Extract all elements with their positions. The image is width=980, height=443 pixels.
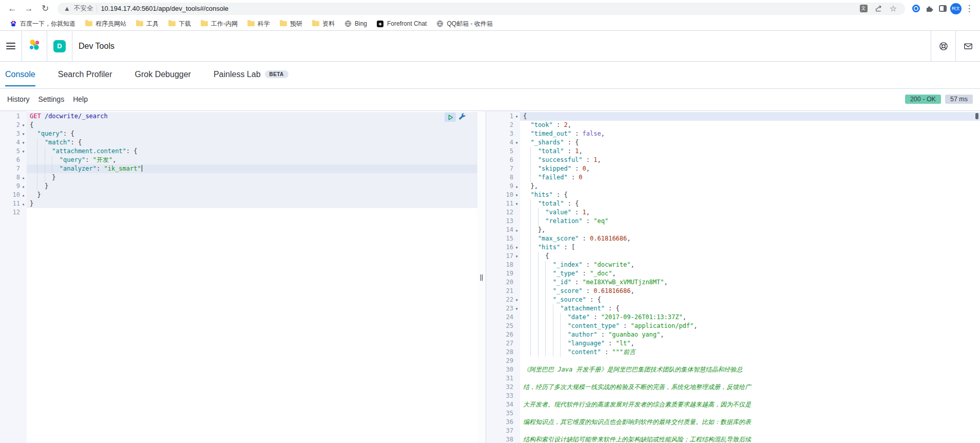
fold-open-icon[interactable]: ▾ — [513, 252, 520, 261]
bookmark-item[interactable]: 程序员网站 — [82, 19, 129, 29]
code-line[interactable]: 24"date" : "2017-09-26T01:13:37Z", — [486, 313, 980, 322]
fold-open-icon[interactable]: ▾ — [513, 304, 520, 313]
space-section[interactable]: D — [47, 31, 72, 61]
side-panel-icon[interactable] — [937, 3, 948, 14]
fold-open-icon[interactable]: ▾ — [513, 243, 520, 252]
code-line[interactable]: 16▾"hits" : [ — [486, 243, 980, 252]
nav-menu-section[interactable] — [0, 31, 22, 61]
tab-painless-lab[interactable]: Painless LabBETA — [214, 62, 289, 86]
tab-grok-debugger[interactable]: Grok Debugger — [135, 62, 191, 86]
code-line[interactable]: 33 — [486, 392, 980, 400]
code-line[interactable]: 11▴} — [0, 199, 477, 208]
fold-open-icon[interactable]: ▾ — [513, 138, 520, 147]
code-line[interactable]: 5"total" : 1, — [486, 147, 980, 156]
bookmark-item[interactable]: 下载 — [165, 19, 194, 29]
security-warning-icon[interactable]: ▲ — [64, 5, 70, 12]
code-line[interactable]: 34大开发者。现代软件行业的高速发展对开发者的综合素质要求越来越高，因为不仅是 — [486, 400, 980, 409]
code-line[interactable]: 12 — [0, 208, 477, 217]
code-line[interactable]: 37 — [486, 427, 980, 435]
url-text[interactable]: 10.194.17.40:5601/app/dev_tools#/console — [101, 5, 228, 12]
fold-close-icon[interactable]: ▴ — [513, 182, 520, 191]
bookmark-item[interactable]: 科学 — [244, 19, 273, 29]
bookmark-item[interactable]: QQ邮箱 - 收件箱 — [433, 19, 495, 29]
code-line[interactable]: 5▾"attachment.content": { — [0, 147, 477, 156]
code-line[interactable]: 1GET /docwrite/_search — [0, 112, 477, 121]
fold-open-icon[interactable]: ▾ — [20, 121, 27, 130]
code-line[interactable]: 27"language" : "lt", — [486, 339, 980, 348]
code-line[interactable]: 3▾"query": { — [0, 130, 477, 138]
fold-close-icon[interactable]: ▴ — [20, 199, 27, 208]
menu-item-settings[interactable]: Settings — [39, 95, 65, 103]
fold-open-icon[interactable]: ▾ — [513, 296, 520, 304]
hamburger-menu-icon[interactable] — [6, 43, 15, 49]
fold-close-icon[interactable]: ▴ — [20, 191, 27, 199]
code-line[interactable]: 11▾"total" : { — [486, 199, 980, 208]
code-line[interactable]: 7"skipped" : 0, — [486, 164, 980, 173]
elastic-logo-icon[interactable] — [28, 39, 41, 53]
share-icon[interactable] — [873, 3, 884, 14]
extensions-puzzle-icon[interactable] — [924, 3, 935, 14]
fold-open-icon[interactable]: ▾ — [513, 191, 520, 199]
code-line[interactable]: 9▴} — [0, 182, 477, 191]
code-line[interactable]: 26"author" : "guanbao yang", — [486, 330, 980, 339]
bookmark-item[interactable]: Bing — [341, 19, 370, 29]
code-line[interactable]: 31 — [486, 374, 980, 383]
bookmark-item[interactable]: 资料 — [309, 19, 338, 29]
code-line[interactable]: 22▾"_source" : { — [486, 296, 980, 304]
fold-close-icon[interactable]: ▴ — [20, 182, 27, 191]
fold-close-icon[interactable]: ▴ — [20, 173, 27, 182]
logo-section[interactable] — [22, 31, 47, 61]
newsfeed-mail-icon[interactable] — [955, 31, 980, 61]
bookmark-star-icon[interactable]: ☆ — [888, 3, 899, 14]
code-line[interactable]: 2"took" : 2, — [486, 121, 980, 130]
fold-open-icon[interactable]: ▾ — [513, 199, 520, 208]
code-line[interactable]: 30《阿里巴巴 Java 开发手册》是阿里巴巴集团技术团队的集体智慧结晶和经验总 — [486, 365, 980, 374]
bookmark-item[interactable]: 工具 — [132, 19, 162, 29]
code-line[interactable]: 1▾{ — [486, 112, 980, 121]
code-line[interactable]: 2▾{ — [0, 121, 477, 130]
request-options-wrench-icon[interactable] — [458, 113, 466, 122]
forward-icon[interactable]: → — [22, 2, 36, 16]
fold-open-icon[interactable]: ▾ — [513, 112, 520, 121]
fold-close-icon[interactable]: ▴ — [513, 226, 520, 234]
translate-icon[interactable]: 文 — [858, 3, 869, 14]
code-line[interactable]: 6"successful" : 1, — [486, 156, 980, 164]
menu-item-help[interactable]: Help — [73, 95, 88, 103]
code-line[interactable]: 8"failed" : 0 — [486, 173, 980, 182]
code-line[interactable]: 38结构和索引设计缺陷可能带来软件上的架构缺陷或性能风险；工程结构混乱导致后续 — [486, 435, 980, 443]
profile-avatar[interactable]: 柯文 — [950, 3, 962, 14]
code-line[interactable]: 36编程知识点，其它维度的知识点也会影响到软件的最终交付质量。比如：数据库的表 — [486, 418, 980, 427]
scrollbar-thumb[interactable] — [975, 113, 978, 119]
code-line[interactable]: 35 — [486, 409, 980, 418]
code-line[interactable]: 10▾"hits" : { — [486, 191, 980, 199]
bookmark-item[interactable]: 百度一下，你就知道 — [6, 19, 79, 29]
code-line[interactable]: 32结，经历了多次大规模一线实战的检验及不断的完善，系统化地整理成册，反馈给广 — [486, 383, 980, 392]
code-line[interactable]: 14▴}, — [486, 226, 980, 234]
menu-item-history[interactable]: History — [7, 95, 30, 103]
code-line[interactable]: 28"content" : """前言 — [486, 348, 980, 357]
bookmark-item[interactable]: 预研 — [276, 19, 305, 29]
browser-menu-icon[interactable]: ⋮ — [964, 3, 975, 14]
back-icon[interactable]: ← — [5, 2, 20, 16]
code-line[interactable]: 20"_id" : "meI8XYwB_xVMUTjzn8MT", — [486, 278, 980, 287]
code-line[interactable]: 25"content_type" : "application/pdf", — [486, 322, 980, 330]
tab-search-profiler[interactable]: Search Profiler — [58, 62, 112, 86]
code-line[interactable]: 17▾{ — [486, 252, 980, 261]
fold-open-icon[interactable]: ▾ — [20, 147, 27, 156]
bookmark-item[interactable]: ◈Forefront Chat — [373, 19, 430, 29]
request-editor[interactable]: 1GET /docwrite/_search2▾{3▾"query": {4▾"… — [0, 111, 477, 443]
code-line[interactable]: 18"_index" : "docwrite", — [486, 261, 980, 269]
code-line[interactable]: 8▴} — [0, 173, 477, 182]
tab-console[interactable]: Console — [5, 62, 35, 86]
help-icon[interactable] — [931, 31, 955, 61]
code-line[interactable]: 6"query": "开发", — [0, 156, 477, 164]
panel-resizer[interactable]: ‖ — [477, 111, 486, 443]
code-line[interactable]: 4▾"match": { — [0, 138, 477, 147]
response-viewer[interactable]: 1▾{2"took" : 2,3"timed_out" : false,4▾"_… — [486, 111, 980, 443]
code-line[interactable]: 15"max_score" : 0.61816686, — [486, 234, 980, 243]
code-line[interactable]: 10▴} — [0, 191, 477, 199]
code-line[interactable]: 21"_score" : 0.61816686, — [486, 287, 980, 296]
fold-open-icon[interactable]: ▾ — [20, 138, 27, 147]
code-line[interactable]: 23▾"attachment" : { — [486, 304, 980, 313]
send-request-button[interactable] — [445, 113, 456, 122]
